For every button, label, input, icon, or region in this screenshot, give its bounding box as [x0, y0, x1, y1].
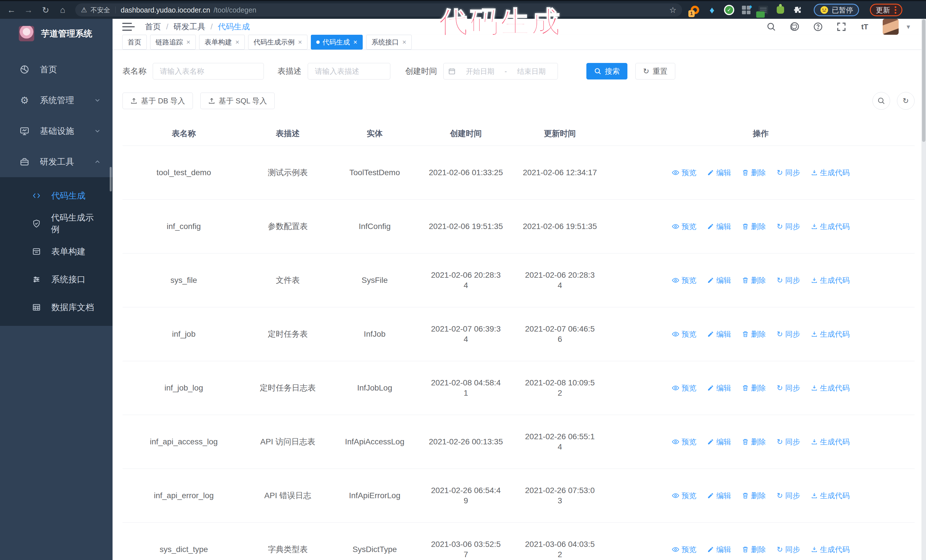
- sync-action[interactable]: ↻ 同步: [777, 383, 800, 393]
- address-bar[interactable]: ⚠ 不安全 dashboard.yudao.iocoder.cn /tool/c…: [75, 3, 682, 17]
- generate-code-action[interactable]: 生成代码: [811, 383, 850, 393]
- avatar-caret-icon[interactable]: ▾: [906, 23, 910, 31]
- sql-import-button[interactable]: 基于 SQL 导入: [200, 92, 275, 109]
- browser-home-icon[interactable]: ⌂: [55, 4, 70, 16]
- close-icon[interactable]: ×: [402, 38, 406, 46]
- scrollbar-thumb[interactable]: [922, 20, 925, 142]
- table-desc-input[interactable]: [308, 63, 390, 80]
- sync-action[interactable]: ↻ 同步: [777, 437, 800, 447]
- tab-codegen[interactable]: 代码生成 ×: [311, 35, 363, 50]
- delete-action[interactable]: 删除: [742, 383, 766, 393]
- preview-action[interactable]: 预览: [672, 544, 696, 555]
- date-range-picker[interactable]: 开始日期 - 结束日期: [443, 63, 558, 80]
- edit-action[interactable]: 编辑: [707, 275, 731, 285]
- preview-action[interactable]: 预览: [672, 437, 696, 447]
- delete-action[interactable]: 删除: [742, 437, 766, 447]
- sync-action[interactable]: ↻ 同步: [777, 168, 800, 178]
- sidebar-item-db-doc[interactable]: 数据库文档: [0, 293, 112, 321]
- sidebar-item-system[interactable]: ⚙ 系统管理: [0, 85, 112, 116]
- sidebar-item-form-builder[interactable]: 表单构建: [0, 237, 112, 266]
- close-icon[interactable]: ×: [186, 38, 190, 46]
- edit-action[interactable]: 编辑: [707, 221, 731, 232]
- sidebar-scrollbar-thumb[interactable]: [110, 167, 112, 192]
- search-icon[interactable]: [766, 21, 777, 32]
- sidebar-item-system-api[interactable]: 系统接口: [0, 266, 112, 293]
- generate-code-action[interactable]: 生成代码: [811, 437, 850, 447]
- toggle-search-button[interactable]: [872, 92, 890, 110]
- tab-codegen-example[interactable]: 代码生成示例 ×: [248, 35, 307, 50]
- app-logo-row[interactable]: 芋道管理系统: [0, 19, 112, 48]
- extensions-puzzle-icon[interactable]: [792, 5, 803, 15]
- delete-action[interactable]: 删除: [742, 491, 766, 501]
- tab-form-builder[interactable]: 表单构建 ×: [199, 35, 245, 50]
- preview-action[interactable]: 预览: [672, 329, 696, 339]
- close-icon[interactable]: ×: [235, 38, 239, 46]
- extension-bot-icon[interactable]: [775, 5, 786, 15]
- tab-home[interactable]: 首页: [122, 35, 147, 50]
- delete-action[interactable]: 删除: [742, 544, 766, 555]
- generate-code-action[interactable]: 生成代码: [811, 491, 850, 501]
- delete-action[interactable]: 删除: [742, 221, 766, 232]
- end-date-placeholder[interactable]: 结束日期: [510, 66, 553, 76]
- browser-back-icon[interactable]: ←: [4, 4, 19, 16]
- edit-action[interactable]: 编辑: [707, 383, 731, 393]
- generate-code-action[interactable]: 生成代码: [811, 544, 850, 555]
- sidebar-item-codegen[interactable]: 代码生成: [0, 182, 112, 210]
- browser-reload-icon[interactable]: ↻: [38, 4, 53, 16]
- extension-switch-icon[interactable]: [758, 5, 769, 15]
- tab-system-api[interactable]: 系统接口 ×: [366, 35, 412, 50]
- paused-pill-button[interactable]: 已暂停: [814, 4, 859, 16]
- generate-code-action[interactable]: 生成代码: [811, 275, 850, 285]
- bookmark-star-icon[interactable]: ☆: [669, 5, 676, 15]
- sync-action[interactable]: ↻ 同步: [777, 329, 800, 339]
- user-avatar[interactable]: [883, 19, 899, 35]
- breadcrumb-devtools[interactable]: 研发工具: [174, 21, 206, 32]
- more-menu-icon[interactable]: [895, 6, 896, 14]
- sidebar-item-devtools[interactable]: 研发工具: [0, 146, 112, 177]
- sidebar-item-home[interactable]: 首页: [0, 54, 112, 85]
- help-icon[interactable]: [813, 21, 823, 32]
- edit-action[interactable]: 编辑: [707, 437, 731, 447]
- sync-action[interactable]: ↻ 同步: [777, 221, 800, 232]
- edit-action[interactable]: 编辑: [707, 544, 731, 555]
- hamburger-menu-icon[interactable]: [122, 21, 135, 32]
- update-pill-button[interactable]: 更新: [870, 4, 902, 16]
- github-icon[interactable]: [789, 21, 800, 32]
- tab-tracing[interactable]: 链路追踪 ×: [150, 35, 196, 50]
- browser-scrollbar[interactable]: [921, 19, 926, 560]
- reset-button[interactable]: ↻ 重置: [635, 63, 675, 80]
- preview-action[interactable]: 预览: [672, 168, 696, 178]
- search-button[interactable]: 搜索: [586, 63, 627, 80]
- fullscreen-icon[interactable]: [836, 21, 847, 32]
- start-date-placeholder[interactable]: 开始日期: [458, 66, 502, 76]
- edit-action[interactable]: 编辑: [707, 491, 731, 501]
- close-icon[interactable]: ×: [353, 38, 357, 46]
- delete-action[interactable]: 删除: [742, 275, 766, 285]
- generate-code-action[interactable]: 生成代码: [811, 168, 850, 178]
- refresh-table-button[interactable]: ↻: [897, 92, 915, 110]
- sync-action[interactable]: ↻ 同步: [777, 275, 800, 285]
- extension-check-icon[interactable]: ✓: [724, 5, 735, 15]
- sidebar-item-infra[interactable]: 基础设施: [0, 116, 112, 146]
- delete-action[interactable]: 删除: [742, 168, 766, 178]
- font-size-icon[interactable]: tT: [859, 21, 870, 32]
- delete-action[interactable]: 删除: [742, 329, 766, 339]
- sync-action[interactable]: ↻ 同步: [777, 491, 800, 501]
- preview-action[interactable]: 预览: [672, 221, 696, 232]
- browser-forward-icon[interactable]: →: [21, 4, 36, 16]
- close-icon[interactable]: ×: [298, 38, 302, 46]
- generate-code-action[interactable]: 生成代码: [811, 221, 850, 232]
- db-import-button[interactable]: 基于 DB 导入: [123, 92, 193, 109]
- extension-adblock-icon[interactable]: 1: [690, 5, 701, 15]
- preview-action[interactable]: 预览: [672, 383, 696, 393]
- table-name-input[interactable]: [153, 63, 264, 80]
- breadcrumb-home[interactable]: 首页: [145, 21, 161, 32]
- preview-action[interactable]: 预览: [672, 275, 696, 285]
- sync-action[interactable]: ↻ 同步: [777, 544, 800, 555]
- edit-action[interactable]: 编辑: [707, 329, 731, 339]
- generate-code-action[interactable]: 生成代码: [811, 329, 850, 339]
- edit-action[interactable]: 编辑: [707, 168, 731, 178]
- extension-grid-icon[interactable]: ♦: [741, 5, 752, 15]
- sidebar-item-codegen-example[interactable]: 代码生成示例: [0, 210, 112, 237]
- preview-action[interactable]: 预览: [672, 491, 696, 501]
